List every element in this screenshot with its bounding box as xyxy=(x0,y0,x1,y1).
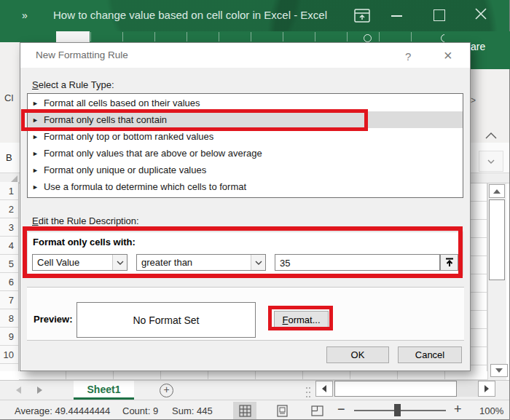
sheet-tab[interactable]: Sheet1 xyxy=(74,381,134,400)
ribbon-display-options-icon[interactable] xyxy=(354,8,370,26)
grid-cells-bottom xyxy=(19,371,487,380)
clipboard-group-label: Cl xyxy=(4,92,13,103)
row-header[interactable]: 1 xyxy=(0,182,18,200)
share-button[interactable]: are xyxy=(471,41,485,52)
row-header[interactable]: 4 xyxy=(0,237,18,255)
dialog-title-bar[interactable]: New Formatting Rule ? × xyxy=(20,43,470,68)
row-header[interactable]: 5 xyxy=(0,255,18,273)
zoom-out-icon[interactable]: − xyxy=(337,402,345,417)
sheet-nav-right-icon[interactable] xyxy=(37,387,42,394)
row-header[interactable]: 9 xyxy=(0,328,18,346)
horizontal-scrollbar[interactable] xyxy=(315,381,495,397)
annotation-rule-type xyxy=(21,109,368,131)
zoom-in-icon[interactable]: + xyxy=(454,402,462,417)
zoom-slider-thumb[interactable] xyxy=(394,404,401,416)
tab-splitter-handle[interactable] xyxy=(305,386,311,397)
row-header[interactable]: 10 xyxy=(0,346,18,364)
rule-type-text: Use a formula to determine which cells t… xyxy=(44,181,246,192)
scroll-right-icon[interactable] xyxy=(478,381,495,397)
rule-type-option[interactable]: ►Format only unique or duplicate values xyxy=(28,162,463,178)
rule-type-option[interactable]: ►Format only values that are above or be… xyxy=(28,145,463,162)
add-sheet-button[interactable]: + xyxy=(160,384,173,397)
ribbon-more-chevron-icon[interactable]: > xyxy=(471,95,476,106)
row-header[interactable]: 3 xyxy=(0,218,18,237)
scroll-left-icon[interactable] xyxy=(315,381,333,397)
rule-bullet-icon: ► xyxy=(32,133,39,140)
zoom-level[interactable]: 100% xyxy=(479,405,503,416)
excel-window: » How to change value based on cell colo… xyxy=(0,0,510,420)
rule-type-text: Format all cells based on their values xyxy=(44,98,200,108)
normal-view-icon[interactable] xyxy=(233,402,256,419)
cancel-button[interactable]: Cancel xyxy=(398,346,462,363)
dialog-help-icon[interactable]: ? xyxy=(405,50,411,63)
rule-type-text: Format only values that are above or bel… xyxy=(44,148,262,159)
scroll-up-icon[interactable] xyxy=(489,184,505,198)
quick-access-overflow-icon[interactable]: » xyxy=(22,9,26,21)
rule-bullet-icon: ► xyxy=(32,100,39,107)
preview-panel: Preview: No Format Set Format... xyxy=(27,287,464,341)
row-header[interactable]: 2 xyxy=(0,200,18,218)
rule-type-option[interactable]: ►Use a formula to determine which cells … xyxy=(28,178,463,195)
close-icon[interactable] xyxy=(474,7,488,24)
ok-button[interactable]: OK xyxy=(326,346,389,363)
row-headers: 1 2 3 4 5 6 7 8 9 10 xyxy=(0,182,19,371)
rule-type-text: Format only unique or duplicate values xyxy=(44,165,206,175)
row-header[interactable]: 8 xyxy=(0,309,18,328)
collapse-ribbon-icon[interactable] xyxy=(485,129,497,142)
annotation-criteria xyxy=(23,226,463,278)
rule-type-text: Format only top or bottom ranked values xyxy=(44,131,213,142)
row-header[interactable]: 6 xyxy=(0,273,18,291)
page-layout-view-icon[interactable] xyxy=(270,402,294,419)
grid-cells-right xyxy=(470,183,487,371)
maximize-icon[interactable] xyxy=(434,9,445,21)
page-break-view-icon[interactable] xyxy=(305,402,329,419)
rule-bullet-icon: ► xyxy=(32,183,39,191)
window-title: How to change value based on cell color … xyxy=(53,9,327,21)
status-count[interactable]: Count: 9 xyxy=(122,405,158,416)
horizontal-scrollbar-thumb[interactable] xyxy=(334,381,457,397)
vertical-scrollbar-thumb[interactable] xyxy=(489,199,505,280)
minimize-icon[interactable] xyxy=(391,15,402,17)
new-formatting-rule-dialog: New Formatting Rule ? × Select a Rule Ty… xyxy=(20,42,471,371)
rule-bullet-icon: ► xyxy=(32,150,39,157)
dialog-title: New Formatting Rule xyxy=(36,49,128,60)
name-box[interactable]: B xyxy=(6,152,12,163)
status-sum[interactable]: Sum: 445 xyxy=(172,405,213,416)
active-ribbon-tab[interactable] xyxy=(56,31,90,42)
dialog-close-icon[interactable]: × xyxy=(444,47,452,64)
format-preview-box: No Format Set xyxy=(76,302,256,338)
formula-bar-expand-icon[interactable] xyxy=(479,151,503,172)
search-icon[interactable] xyxy=(364,34,372,42)
scroll-down-icon[interactable] xyxy=(490,364,508,377)
rule-type-label: Select a Rule Type: xyxy=(32,79,114,90)
edit-description-label: Edit the Rule Description: xyxy=(32,215,139,226)
sheet-nav-left-icon[interactable] xyxy=(16,387,21,394)
status-bar: Average: 49.44444444 Count: 9 Sum: 445 −… xyxy=(0,400,510,420)
preview-label: Preview: xyxy=(34,314,72,325)
rule-bullet-icon: ► xyxy=(32,167,39,174)
row-header[interactable]: 7 xyxy=(0,291,18,309)
annotation-format-button xyxy=(268,306,333,330)
status-average[interactable]: Average: 49.44444444 xyxy=(15,405,110,416)
